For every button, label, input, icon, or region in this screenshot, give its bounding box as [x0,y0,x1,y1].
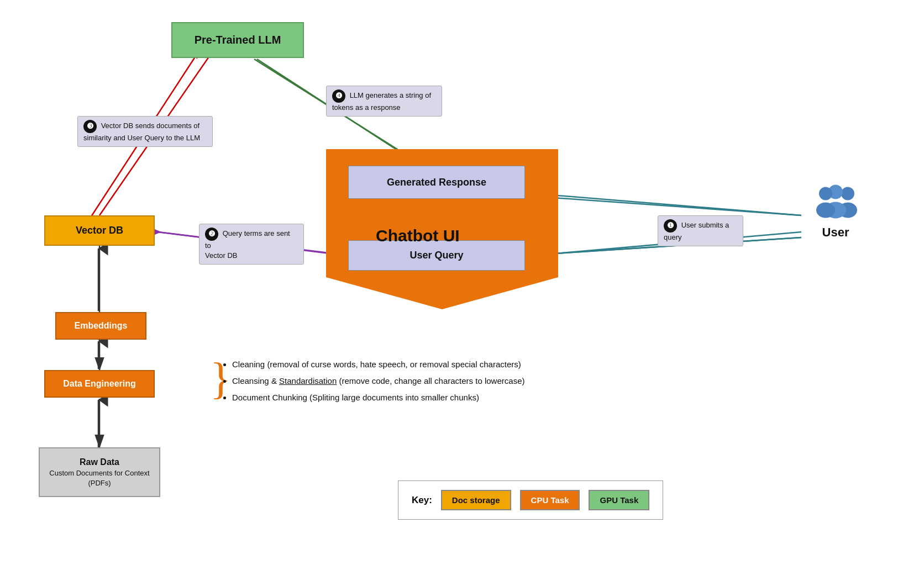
ann3-number: ❸ [83,120,97,133]
bullet-list: Cleaning (removal of curse words, hate s… [221,356,524,406]
userquery-box: User Query [348,240,525,271]
dataeng-label: Data Engineering [63,379,136,389]
annotation-2: ❷ Query terms are sent toVector DB [199,224,304,265]
ann3-text: Vector DB sends documents ofsimilarity a… [83,122,200,142]
ann4-text: LLM generates a string oftokens as a res… [332,91,431,112]
rawdata-box: Raw Data Custom Documents for Context (P… [39,447,160,497]
svg-point-34 [841,187,854,200]
ann4-number: ❹ [332,89,345,103]
embeddings-label: Embeddings [74,321,127,331]
svg-point-38 [819,187,832,200]
bullet-3: Document Chunking (Spliting large docume… [232,389,524,406]
bullet-2: Cleansing & Standardisation (remove code… [232,373,524,389]
svg-marker-29 [155,229,161,235]
vectordb-label: Vector DB [76,225,123,236]
userquery-label: User Query [410,250,463,261]
annotation-1: ❶ User submits a query [658,215,743,246]
ann1-number: ❶ [664,219,677,233]
llm-label: Pre-Trained LLM [195,34,281,46]
user-icon [808,182,863,221]
rawdata-label: Raw Data [80,456,119,468]
legend-gpu-task: GPU Task [589,490,649,510]
vectordb-box: Vector DB [44,215,155,246]
dataeng-box: Data Engineering [44,370,155,398]
user-area: User [808,182,863,240]
embeddings-box: Embeddings [55,312,146,340]
diagram-container: Pre-Trained LLM Vector DB Embeddings Dat… [0,0,924,581]
legend-key-label: Key: [412,495,432,506]
legend-box: Key: Doc storage CPU Task GPU Task [398,480,663,520]
rawdata-subtitle: Custom Documents for Context (PDFs) [40,468,159,488]
pretrained-llm-box: Pre-Trained LLM [171,22,304,58]
svg-point-39 [816,203,835,218]
legend-doc-storage: Doc storage [441,490,511,510]
genresp-label: Generated Response [387,177,486,188]
bullet-1: Cleaning (removal of curse words, hate s… [232,356,524,373]
annotation-3: ❸ Vector DB sends documents ofsimilarity… [77,116,213,147]
user-label: User [822,225,849,240]
legend-cpu-task: CPU Task [520,490,580,510]
genresp-box: Generated Response [348,166,525,199]
ann2-number: ❷ [205,228,218,241]
annotation-4: ❹ LLM generates a string oftokens as a r… [326,86,442,117]
svg-line-26 [531,193,801,215]
svg-line-8 [531,196,801,215]
